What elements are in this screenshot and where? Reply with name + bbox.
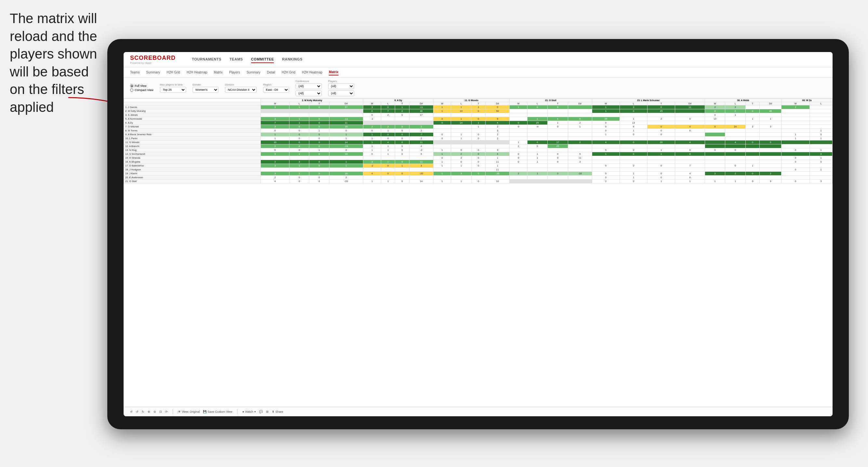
cell: 0 <box>381 136 395 141</box>
sh-l4: L <box>527 102 547 105</box>
full-view-option[interactable]: Full View <box>130 84 154 88</box>
cell <box>381 168 395 172</box>
view-original-button[interactable]: 👁 View: Original <box>178 410 200 413</box>
cell: 11 <box>409 160 433 164</box>
players-select2[interactable]: (All) <box>328 90 354 96</box>
cell <box>675 136 705 141</box>
subnav-h2h-grid2[interactable]: H2H Grid <box>282 70 295 75</box>
cell <box>725 176 745 180</box>
cell <box>568 148 592 152</box>
compact-view-radio[interactable] <box>130 89 133 92</box>
cell: 1 <box>433 164 451 168</box>
table-row: 11. G Woods 10 0 0 14 1 4 0 11 1 <box>124 141 833 145</box>
cell: 0 <box>745 109 760 113</box>
cell: 0 <box>381 105 395 109</box>
save-custom-view-button[interactable]: 💾 Save Custom View <box>203 410 232 413</box>
table-row: 2. M Kelly Mulcahy 0 7 0 40 1 10 0 50 <box>124 109 833 113</box>
cell: 0 <box>527 141 547 145</box>
cell <box>509 136 527 141</box>
cell <box>675 109 705 113</box>
cell: 2 <box>781 105 810 109</box>
zoom-in-button[interactable]: ⊕ <box>148 410 150 413</box>
cell: 1 <box>451 180 471 183</box>
cell: 0 <box>309 141 329 145</box>
max-players-select[interactable]: Top 25 Top 50 <box>160 87 186 93</box>
cell: 1 <box>527 172 547 176</box>
cell: 0 <box>620 133 647 136</box>
sh-w3: W <box>433 102 451 105</box>
subnav-teams[interactable]: Teams <box>130 70 140 75</box>
cell: 0 <box>486 105 509 109</box>
cell: 0 <box>395 180 409 183</box>
subnav-summary2[interactable]: Summary <box>247 70 260 75</box>
cell: 0 <box>675 152 705 156</box>
undo-button[interactable]: ↺ <box>130 410 133 413</box>
table-row: 12. A Bianchi 2 0 0 -18 1 1 0 4 2 <box>124 145 833 148</box>
subnav-h2h-heatmap2[interactable]: H2H Heatmap <box>302 70 322 75</box>
subnav-players[interactable]: Players <box>229 70 240 75</box>
nav-committee[interactable]: COMMITTEE <box>251 56 274 63</box>
cell: 2 <box>620 164 647 168</box>
cell <box>705 145 725 148</box>
logo-scoreboard: SCOREBOARD <box>130 55 176 61</box>
cell <box>781 152 810 156</box>
subnav-matrix2[interactable]: Matrix <box>329 69 338 75</box>
watch-button[interactable]: ● Watch ▾ <box>242 410 256 413</box>
cell <box>509 168 527 172</box>
cell: 2 <box>486 133 509 136</box>
cell <box>527 168 547 172</box>
undo2-button[interactable]: ↺ <box>136 410 138 413</box>
matrix-content[interactable]: 2. M Kelly Mulcahy 6. A Dy 11. G Woods 2… <box>124 98 833 407</box>
cell: 1 <box>745 164 760 168</box>
compact-view-option[interactable]: Compact View <box>130 89 154 92</box>
refresh-button[interactable]: ⟳ <box>165 410 168 413</box>
subnav-summary1[interactable]: Summary <box>146 70 160 75</box>
cell <box>648 156 675 160</box>
cell <box>810 109 833 113</box>
cell: 2 <box>592 180 620 183</box>
sh-l7: L <box>810 102 833 105</box>
cell: 0 <box>648 129 675 133</box>
cell: 2 <box>725 172 745 176</box>
cell: 1 <box>309 148 329 152</box>
cell <box>705 168 725 172</box>
subnav-h2h-grid1[interactable]: H2H Grid <box>166 70 180 75</box>
cell: 0 <box>309 180 329 183</box>
cell: 4 <box>363 172 381 176</box>
nav-teams[interactable]: TEAMS <box>229 56 243 63</box>
subnav-detail[interactable]: Detail <box>267 70 275 75</box>
cell: 0 <box>781 148 810 152</box>
gender-select[interactable]: Women's Men's <box>192 87 219 93</box>
cell: 1 <box>433 105 451 109</box>
subnav-matrix1[interactable]: Matrix <box>214 70 222 75</box>
nav-tournaments[interactable]: TOURNAMENTS <box>192 56 221 63</box>
cell: 25 <box>548 145 568 148</box>
share-button[interactable]: ⬆ Share <box>272 410 283 413</box>
cell <box>725 121 745 125</box>
cell: 1 <box>781 136 810 141</box>
redo-button[interactable]: ↻ <box>142 410 145 413</box>
cell: 1 <box>705 180 725 183</box>
conference-select[interactable]: (All) <box>296 83 322 89</box>
cell: 10 <box>486 180 509 183</box>
view-original-label: View: Original <box>182 410 200 413</box>
cell <box>725 168 745 172</box>
filters-area: Full View Compact View Max players in vi… <box>124 78 833 98</box>
grid-button[interactable]: ⊞ <box>266 410 269 413</box>
subnav-h2h-heatmap1[interactable]: H2H Heatmap <box>187 70 207 75</box>
sh-w1: W <box>261 102 289 105</box>
players-select[interactable]: (All) <box>328 83 354 89</box>
full-view-radio[interactable] <box>130 84 133 88</box>
conference-select2[interactable]: (All) <box>296 90 322 96</box>
cell: 1 <box>289 121 309 125</box>
comment-button[interactable]: 💬 <box>259 410 263 413</box>
fit-button[interactable]: ⊡ <box>159 410 162 413</box>
cell: 4 <box>381 141 395 145</box>
region-select[interactable]: East - DII (All) <box>263 87 289 93</box>
zoom-out-button[interactable]: ⊖ <box>154 410 156 413</box>
nav-rankings[interactable]: RANKINGS <box>282 56 303 63</box>
cell <box>568 180 592 183</box>
player-name: 2. M Kelly Mulcahy <box>124 109 261 113</box>
division-select[interactable]: NCAA Division II NCAA Division I <box>225 87 257 93</box>
cell: 0 <box>810 133 833 136</box>
